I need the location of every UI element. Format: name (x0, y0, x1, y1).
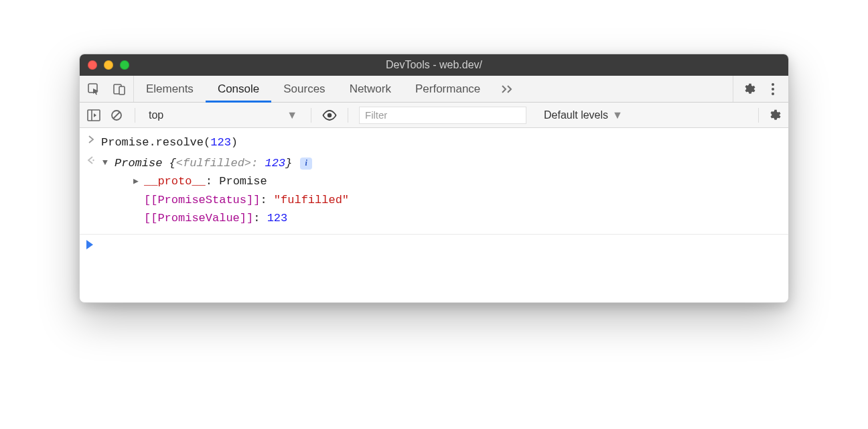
main-tabs-bar: Elements Console Sources Network Perform… (80, 76, 788, 103)
filter-input[interactable]: Filter (359, 107, 526, 124)
window-close-button[interactable] (88, 60, 97, 70)
execution-context-label: top (149, 109, 163, 121)
result-summary: Promise {<fulfilled>: 123} (115, 154, 292, 172)
devtools-window: DevTools - web.dev/ Elements Console Sou… (79, 54, 789, 303)
console-body: Promise.resolve(123) ▼ Promise {<fulfill… (80, 128, 788, 302)
window-traffic-lights (88, 60, 129, 70)
object-property-row[interactable]: [[PromiseValue]]: 123 (132, 209, 782, 227)
execution-context-selector[interactable]: top ▼ (146, 109, 300, 121)
clear-console-icon[interactable] (109, 108, 124, 123)
log-levels-label: Default levels (544, 109, 608, 121)
property-value: "fulfilled" (274, 194, 349, 206)
prompt-arrow-icon (86, 240, 93, 249)
tab-label: Network (350, 82, 391, 96)
console-sidebar-toggle-icon[interactable] (86, 108, 101, 123)
console-prompt-row[interactable] (80, 234, 788, 258)
property-value: Promise (219, 175, 267, 188)
console-input-code: Promise.resolve(123) (101, 133, 782, 151)
property-key: [[PromiseStatus]] (144, 194, 260, 206)
kebab-menu-icon[interactable] (766, 82, 780, 97)
object-property-row[interactable]: ▶ __proto__: Promise (132, 172, 782, 190)
svg-point-10 (328, 113, 332, 117)
dropdown-caret-icon: ▼ (287, 109, 297, 121)
tab-label: Sources (283, 82, 325, 96)
overflow-tabs-button[interactable] (492, 76, 524, 102)
disclosure-triangle-open-icon[interactable]: ▼ (101, 156, 109, 170)
tab-sources[interactable]: Sources (271, 76, 337, 102)
window-title: DevTools - web.dev/ (80, 59, 788, 71)
console-settings-icon[interactable] (767, 108, 782, 123)
info-badge-icon[interactable]: i (300, 158, 312, 170)
tabs-list: Elements Console Sources Network Perform… (134, 76, 492, 102)
property-value: 123 (267, 212, 288, 225)
object-property-row[interactable]: [[PromiseStatus]]: "fulfilled" (132, 191, 782, 209)
tab-elements[interactable]: Elements (134, 76, 206, 102)
log-levels-selector[interactable]: Default levels ▼ (544, 109, 623, 121)
console-result-content: ▼ Promise {<fulfilled>: 123} i ▶ __proto… (101, 154, 782, 227)
result-marker-icon (86, 156, 96, 164)
svg-rect-2 (119, 86, 125, 95)
tab-network[interactable]: Network (338, 76, 403, 102)
window-minimize-button[interactable] (104, 60, 113, 70)
disclosure-triangle-closed-icon[interactable]: ▶ (132, 175, 140, 189)
property-key: __proto__ (144, 175, 206, 188)
svg-line-9 (114, 112, 120, 118)
live-expression-icon[interactable] (322, 108, 337, 123)
titlebar: DevTools - web.dev/ (80, 54, 788, 76)
tab-console[interactable]: Console (206, 76, 271, 102)
settings-icon[interactable] (741, 82, 756, 97)
svg-point-4 (772, 88, 774, 90)
console-toolbar: top ▼ Filter Default levels ▼ (80, 103, 788, 128)
window-zoom-button[interactable] (120, 60, 129, 70)
svg-point-5 (772, 93, 774, 95)
tab-label: Performance (415, 82, 480, 96)
filter-placeholder: Filter (365, 109, 387, 121)
tab-performance[interactable]: Performance (403, 76, 492, 102)
console-input-row[interactable]: Promise.resolve(123) (80, 132, 788, 153)
tab-label: Console (218, 82, 259, 96)
console-result-row[interactable]: ▼ Promise {<fulfilled>: 123} i ▶ __proto… (80, 153, 788, 229)
input-marker-icon (86, 135, 96, 143)
object-properties: ▶ __proto__: Promise [[PromiseStatus]]: … (101, 172, 782, 227)
dropdown-caret-icon: ▼ (612, 109, 623, 121)
tab-label: Elements (146, 82, 194, 96)
inspect-element-icon[interactable] (86, 82, 101, 97)
property-key: [[PromiseValue]] (144, 212, 253, 225)
device-toolbar-icon[interactable] (112, 82, 127, 97)
svg-point-3 (772, 83, 774, 86)
svg-point-11 (92, 160, 94, 161)
